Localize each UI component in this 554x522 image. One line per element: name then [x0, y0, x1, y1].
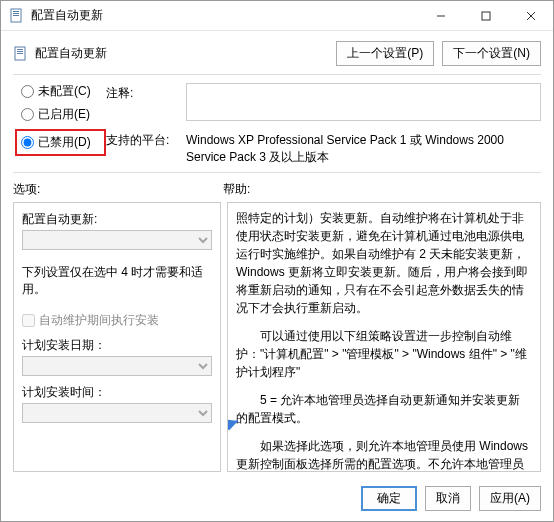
install-day-label: 计划安装日期：: [22, 337, 212, 354]
options-section-label: 选项:: [13, 181, 223, 198]
radio-not-configured-label: 未配置(C): [38, 83, 91, 100]
platform-text: Windows XP Professional Service Pack 1 或…: [186, 130, 541, 168]
highlight-box-disabled: 已禁用(D): [15, 129, 106, 156]
footer: 确定 取消 应用(A): [1, 478, 553, 521]
minimize-button[interactable]: [418, 1, 463, 31]
radio-not-configured-input[interactable]: [21, 85, 34, 98]
prev-setting-button[interactable]: 上一个设置(P): [336, 41, 434, 66]
radio-disabled-label: 已禁用(D): [38, 134, 91, 151]
help-paragraph: 5 = 允许本地管理员选择自动更新通知并安装更新的配置模式。: [236, 391, 532, 427]
auto-maintenance-checkbox-row[interactable]: 自动维护期间执行安装: [22, 312, 212, 329]
titlebar: 配置自动更新: [1, 1, 553, 31]
radio-disabled[interactable]: 已禁用(D): [21, 134, 98, 151]
radio-disabled-input[interactable]: [21, 136, 34, 149]
maximize-button[interactable]: [463, 1, 508, 31]
auto-maintenance-label: 自动维护期间执行安装: [39, 312, 159, 329]
cancel-button[interactable]: 取消: [425, 486, 471, 511]
help-section-label: 帮助:: [223, 181, 250, 198]
options-note: 下列设置仅在选中 4 时才需要和适用。: [22, 264, 212, 298]
config-update-select[interactable]: [22, 230, 212, 250]
ok-button[interactable]: 确定: [361, 486, 417, 511]
header-icon: [13, 46, 29, 62]
svg-rect-9: [17, 49, 23, 50]
header-title: 配置自动更新: [35, 45, 107, 62]
svg-rect-5: [482, 12, 490, 20]
install-time-select[interactable]: [22, 403, 212, 423]
platform-label: 支持的平台:: [106, 130, 186, 168]
header: 配置自动更新 上一个设置(P) 下一个设置(N): [1, 31, 553, 74]
install-time-label: 计划安装时间：: [22, 384, 212, 401]
radio-enabled[interactable]: 已启用(E): [21, 106, 106, 123]
close-button[interactable]: [508, 1, 553, 31]
radio-enabled-label: 已启用(E): [38, 106, 90, 123]
svg-rect-1: [13, 11, 19, 12]
help-scroll[interactable]: 照特定的计划）安装更新。自动维护将在计算机处于非使用状态时安装更新，避免在计算机…: [228, 203, 540, 471]
config-update-label: 配置自动更新:: [22, 211, 212, 228]
help-paragraph: 照特定的计划）安装更新。自动维护将在计算机处于非使用状态时安装更新，避免在计算机…: [236, 209, 532, 317]
options-panel: 配置自动更新: 下列设置仅在选中 4 时才需要和适用。 自动维护期间执行安装 计…: [13, 202, 221, 472]
svg-rect-10: [17, 51, 23, 52]
radio-enabled-input[interactable]: [21, 108, 34, 121]
radio-not-configured[interactable]: 未配置(C): [21, 83, 106, 100]
auto-maintenance-checkbox[interactable]: [22, 314, 35, 327]
window-title: 配置自动更新: [31, 7, 418, 24]
dialog-window: 配置自动更新 配置自动更新 上一个设置(P) 下一个设置(N) 未配置(C): [0, 0, 554, 522]
svg-rect-3: [13, 15, 19, 16]
comment-textarea[interactable]: [186, 83, 541, 121]
svg-rect-2: [13, 13, 19, 14]
app-icon: [9, 8, 25, 24]
help-paragraph: 如果选择此选项，则允许本地管理员使用 Windows 更新控制面板选择所需的配置…: [236, 437, 532, 471]
apply-button[interactable]: 应用(A): [479, 486, 541, 511]
help-paragraph: 可以通过使用以下组策略设置进一步控制自动维护："计算机配置" > "管理模板" …: [236, 327, 532, 381]
state-radio-group: 未配置(C) 已启用(E) 已禁用(D): [21, 83, 106, 156]
comment-label: 注释:: [106, 83, 186, 124]
help-panel: 照特定的计划）安装更新。自动维护将在计算机处于非使用状态时安装更新，避免在计算机…: [227, 202, 541, 472]
svg-rect-11: [17, 53, 23, 54]
install-day-select[interactable]: [22, 356, 212, 376]
next-setting-button[interactable]: 下一个设置(N): [442, 41, 541, 66]
